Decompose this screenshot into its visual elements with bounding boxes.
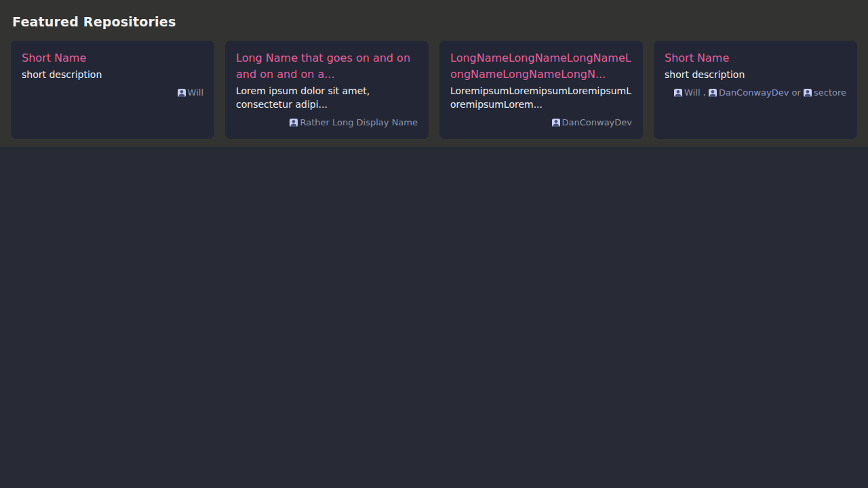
repo-name: LongNameLongNameLongNameLongNameLongName… bbox=[450, 50, 632, 83]
repo-description: short description bbox=[22, 68, 203, 81]
page-title: Featured Repositories bbox=[12, 14, 857, 29]
repo-name: Long Name that goes on and on and on and… bbox=[236, 50, 418, 83]
maintainer-link[interactable]: sectore bbox=[804, 87, 846, 98]
repo-maintainers: Will bbox=[22, 87, 203, 98]
maintainer-link[interactable]: Will bbox=[674, 87, 700, 98]
repo-name: Short Name bbox=[665, 50, 846, 66]
repo-maintainers: Rather Long Display Name bbox=[236, 117, 418, 128]
repo-card[interactable]: Short Name short description Will , DanC… bbox=[654, 41, 857, 139]
maintainer-name: DanConwayDev bbox=[562, 117, 632, 127]
person-avatar-icon bbox=[290, 119, 298, 127]
repo-description: LoremipsumLoremipsumLoremipsumLoremipsum… bbox=[450, 84, 632, 111]
repo-name: Short Name bbox=[22, 50, 203, 66]
maintainer-name: sectore bbox=[814, 87, 846, 98]
person-avatar-icon bbox=[674, 89, 682, 97]
featured-cards: Short Name short description Will Long N… bbox=[11, 41, 857, 139]
maintainer-name: Will bbox=[188, 87, 203, 98]
repo-maintainers: DanConwayDev bbox=[450, 117, 632, 128]
repo-card[interactable]: LongNameLongNameLongNameLongNameLongName… bbox=[439, 41, 643, 139]
maintainer-link[interactable]: Rather Long Display Name bbox=[290, 117, 418, 127]
featured-repositories-section: Featured Repositories Short Name short d… bbox=[0, 0, 868, 147]
repo-description: short description bbox=[665, 68, 846, 81]
person-avatar-icon bbox=[709, 89, 717, 97]
maintainer-link[interactable]: Will bbox=[178, 87, 203, 98]
repo-card[interactable]: Long Name that goes on and on and on and… bbox=[225, 41, 429, 139]
person-avatar-icon bbox=[552, 119, 560, 127]
person-avatar-icon bbox=[178, 89, 186, 97]
maintainer-name: Will bbox=[684, 87, 700, 98]
maintainer-link[interactable]: DanConwayDev bbox=[709, 87, 789, 98]
maintainer-name: DanConwayDev bbox=[719, 87, 789, 98]
repo-description: Lorem ipsum dolor sit amet, consectetur … bbox=[236, 84, 418, 111]
repo-maintainers: Will , DanConwayDev or sectore bbox=[665, 87, 846, 98]
maintainer-link[interactable]: DanConwayDev bbox=[552, 117, 632, 127]
maintainer-name: Rather Long Display Name bbox=[300, 117, 418, 127]
person-avatar-icon bbox=[804, 89, 812, 97]
repo-card[interactable]: Short Name short description Will bbox=[11, 41, 214, 139]
